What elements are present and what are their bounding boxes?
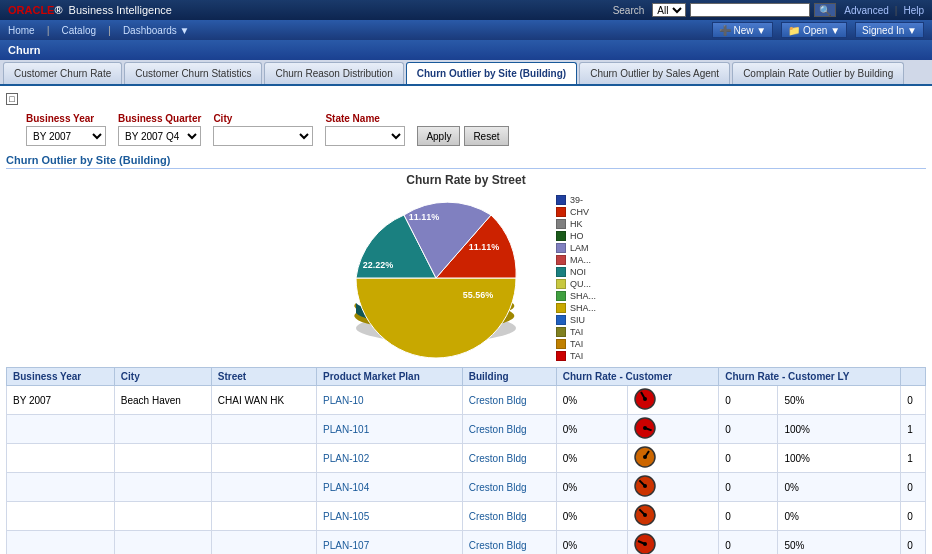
catalog-link[interactable]: Catalog bbox=[62, 25, 96, 36]
help-link[interactable]: Help bbox=[903, 5, 924, 16]
cell-building[interactable]: Creston Bldg bbox=[462, 444, 556, 473]
table-row: BY 2007 Beach Haven CHAI WAN HK PLAN-10 … bbox=[7, 386, 926, 415]
table-row: PLAN-102 Creston Bldg 0% 0 100% 1 bbox=[7, 444, 926, 473]
col-header-street: Street bbox=[211, 368, 316, 386]
legend-item-sha2: SHA... bbox=[556, 303, 596, 313]
business-year-filter: Business Year BY 2007 bbox=[26, 113, 106, 146]
legend-color-39 bbox=[556, 195, 566, 205]
search-scope-select[interactable]: All bbox=[652, 3, 686, 17]
new-button[interactable]: ➕ New ▼ bbox=[712, 22, 773, 38]
building-link[interactable]: Creston Bldg bbox=[469, 511, 527, 522]
top-links: Advanced | Help bbox=[844, 5, 924, 16]
cell-plan[interactable]: PLAN-105 bbox=[317, 502, 463, 531]
cell-street bbox=[211, 473, 316, 502]
legend-color-tai2 bbox=[556, 339, 566, 349]
city-label: City bbox=[213, 113, 313, 124]
chart-container: Churn Rate by Street bbox=[6, 173, 926, 361]
plan-link[interactable]: PLAN-105 bbox=[323, 511, 369, 522]
chart-section: Churn Rate by Street bbox=[6, 173, 926, 361]
legend-label-qu: QU... bbox=[570, 279, 591, 289]
building-link[interactable]: Creston Bldg bbox=[469, 453, 527, 464]
business-quarter-select[interactable]: BY 2007 Q4 bbox=[118, 126, 201, 146]
cell-churn-rate-ly-val: 0 bbox=[719, 386, 778, 415]
cell-churn-rate: 0% bbox=[556, 444, 627, 473]
legend-item-noi: NOI bbox=[556, 267, 596, 277]
svg-text:11.11%: 11.11% bbox=[409, 212, 440, 222]
legend-color-siu bbox=[556, 315, 566, 325]
cell-year bbox=[7, 502, 115, 531]
legend-item-hk: HK bbox=[556, 219, 596, 229]
open-button[interactable]: 📁 Open ▼ bbox=[781, 22, 847, 38]
legend-item-chv: CHV bbox=[556, 207, 596, 217]
col-header-building: Building bbox=[462, 368, 556, 386]
cell-churn-rate-ly-pct: 50% bbox=[778, 386, 901, 415]
search-button[interactable]: 🔍 bbox=[814, 3, 836, 17]
cell-plan[interactable]: PLAN-102 bbox=[317, 444, 463, 473]
signed-in-button[interactable]: Signed In ▼ bbox=[855, 22, 924, 38]
legend-item-siu: SIU bbox=[556, 315, 596, 325]
home-link[interactable]: Home bbox=[8, 25, 35, 36]
cell-churn-rate-ly-val: 0 bbox=[719, 502, 778, 531]
cell-city: Beach Haven bbox=[114, 386, 211, 415]
state-name-filter: State Name bbox=[325, 113, 405, 146]
business-quarter-label: Business Quarter bbox=[118, 113, 201, 124]
building-link[interactable]: Creston Bldg bbox=[469, 424, 527, 435]
cell-churn-rate-ly-pct: 0% bbox=[778, 473, 901, 502]
plan-link[interactable]: PLAN-104 bbox=[323, 482, 369, 493]
advanced-link[interactable]: Advanced bbox=[844, 5, 888, 16]
tab-complain-rate-outlier[interactable]: Complain Rate Outlier by Building bbox=[732, 62, 904, 84]
svg-point-16 bbox=[643, 484, 647, 488]
cell-churn-rate-ly-val: 0 bbox=[719, 415, 778, 444]
chart-title: Churn Rate by Street bbox=[406, 173, 525, 187]
col-header-churn-rate: Churn Rate - Customer bbox=[556, 368, 719, 386]
cell-building[interactable]: Creston Bldg bbox=[462, 473, 556, 502]
dashboards-link[interactable]: Dashboards ▼ bbox=[123, 25, 190, 36]
legend-item-ho: HO bbox=[556, 231, 596, 241]
legend-item-39: 39- bbox=[556, 195, 596, 205]
legend-color-tai3 bbox=[556, 351, 566, 361]
building-link[interactable]: Creston Bldg bbox=[469, 482, 527, 493]
svg-point-22 bbox=[643, 542, 647, 546]
cell-plan[interactable]: PLAN-10 bbox=[317, 386, 463, 415]
legend-label-noi: NOI bbox=[570, 267, 586, 277]
plan-link[interactable]: PLAN-107 bbox=[323, 540, 369, 551]
tab-churn-outlier-by-sales-agent[interactable]: Churn Outlier by Sales Agent bbox=[579, 62, 730, 84]
business-year-select[interactable]: BY 2007 bbox=[26, 126, 106, 146]
state-name-select[interactable] bbox=[325, 126, 405, 146]
tab-customer-churn-rate[interactable]: Customer Churn Rate bbox=[3, 62, 122, 84]
tab-churn-outlier-by-site[interactable]: Churn Outlier by Site (Building) bbox=[406, 62, 577, 84]
cell-churn-rate-ly-val: 0 bbox=[719, 531, 778, 555]
cell-churn-rate: 0% bbox=[556, 531, 627, 555]
city-select[interactable] bbox=[213, 126, 313, 146]
plan-link[interactable]: PLAN-102 bbox=[323, 453, 369, 464]
plan-link[interactable]: PLAN-101 bbox=[323, 424, 369, 435]
tab-churn-reason-distribution[interactable]: Churn Reason Distribution bbox=[264, 62, 403, 84]
main-content: □ Business Year BY 2007 Business Quarter… bbox=[0, 86, 932, 554]
plan-link[interactable]: PLAN-10 bbox=[323, 395, 364, 406]
cell-building[interactable]: Creston Bldg bbox=[462, 531, 556, 555]
cell-building[interactable]: Creston Bldg bbox=[462, 386, 556, 415]
legend-label-ho: HO bbox=[570, 231, 584, 241]
legend-item-lam: LAM bbox=[556, 243, 596, 253]
cell-plan[interactable]: PLAN-104 bbox=[317, 473, 463, 502]
building-link[interactable]: Creston Bldg bbox=[469, 540, 527, 551]
pie-chart: 55.56% 22.22% 11.11% 11.11% bbox=[336, 198, 536, 358]
svg-point-7 bbox=[643, 397, 647, 401]
search-input[interactable] bbox=[690, 3, 810, 17]
cell-plan[interactable]: PLAN-101 bbox=[317, 415, 463, 444]
tab-customer-churn-statistics[interactable]: Customer Churn Statistics bbox=[124, 62, 262, 84]
building-link[interactable]: Creston Bldg bbox=[469, 395, 527, 406]
collapse-icon[interactable]: □ bbox=[6, 93, 18, 105]
legend-item-tai1: TAI bbox=[556, 327, 596, 337]
reset-button[interactable]: Reset bbox=[464, 126, 508, 146]
cell-building[interactable]: Creston Bldg bbox=[462, 415, 556, 444]
nav-bar: Home | Catalog | Dashboards ▼ ➕ New ▼ 📁 … bbox=[0, 20, 932, 40]
legend-label-chv: CHV bbox=[570, 207, 589, 217]
cell-gauge bbox=[628, 415, 719, 444]
search-label: Search bbox=[613, 5, 645, 16]
apply-button[interactable]: Apply bbox=[417, 126, 460, 146]
cell-churn-rate-ly-pct: 100% bbox=[778, 415, 901, 444]
cell-building[interactable]: Creston Bldg bbox=[462, 502, 556, 531]
cell-plan[interactable]: PLAN-107 bbox=[317, 531, 463, 555]
svg-point-19 bbox=[643, 513, 647, 517]
